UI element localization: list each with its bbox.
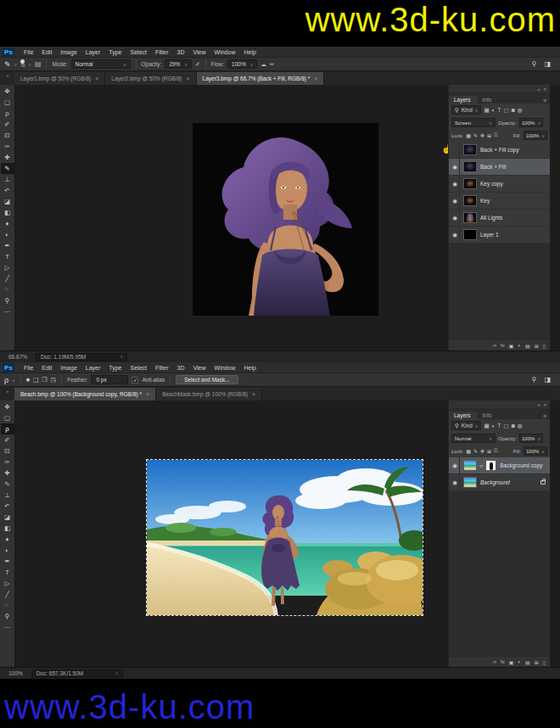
brush-panel-toggle-icon[interactable]: ▤ (35, 60, 42, 68)
zoom-tool-icon[interactable]: ⚲ (1, 295, 14, 306)
tab-close-icon[interactable]: × (146, 391, 149, 397)
smart-object-filter-icon[interactable]: ◙ (512, 107, 515, 114)
layer-thumbnail[interactable] (463, 144, 477, 155)
layer-fill-dropdown[interactable]: 100% ∨ (524, 131, 547, 140)
panel-collapse-icon[interactable]: « (537, 402, 540, 407)
layer-mask-thumbnail[interactable] (485, 460, 496, 471)
layer-row[interactable]: ◉ ∞ Layer 1 (449, 227, 550, 244)
crop-tool-icon[interactable]: ⊡ (1, 130, 14, 141)
blur-tool-icon[interactable]: ♦ (1, 218, 14, 229)
history-brush-tool-icon[interactable]: ↶ (1, 185, 14, 196)
tab-close-icon[interactable]: × (252, 391, 255, 397)
add-layer-mask-icon[interactable]: ▣ (509, 659, 514, 665)
layer-thumbnail[interactable] (463, 477, 477, 488)
layer-name[interactable]: Back + Fill (480, 164, 506, 170)
lock-all-icon[interactable]: ⚿ (494, 448, 498, 454)
layer-blend-mode-dropdown[interactable]: Normal ∨ (451, 434, 496, 443)
layer-visibility-toggle[interactable]: ◉ (451, 227, 460, 243)
quick-selection-tool-icon[interactable]: ✐ (1, 434, 14, 445)
type-tool-icon[interactable]: T (1, 251, 14, 262)
zoom-tool-icon[interactable]: ⚲ (1, 611, 14, 622)
layer-fill-dropdown[interactable]: 100% ∨ (524, 446, 547, 456)
chevron-down-icon[interactable]: ∨ (12, 378, 15, 383)
lock-transparency-icon[interactable]: ▦ (466, 132, 471, 138)
filter-toggle-icon[interactable]: ◍ (518, 423, 523, 429)
new-selection-icon[interactable]: ■ (26, 377, 30, 384)
new-layer-icon[interactable]: ⊞ (535, 343, 539, 349)
move-tool-icon[interactable]: ✥ (1, 401, 14, 412)
opacity-dropdown[interactable]: 29% ∨ (165, 59, 192, 69)
select-and-mask-button[interactable]: Select and Mask... (176, 375, 238, 384)
tab-close-icon[interactable]: × (186, 76, 189, 81)
quick-selection-tool-icon[interactable]: ✐ (1, 119, 14, 130)
more-tools-icon[interactable]: ⋯ (1, 306, 14, 317)
shape-layer-filter-icon[interactable]: ▢ (504, 107, 509, 114)
menu-item[interactable]: Image (56, 365, 81, 371)
clone-stamp-tool-icon[interactable]: ⊥ (1, 490, 14, 501)
layer-name[interactable]: Key (480, 198, 490, 204)
kind-filter-dropdown[interactable]: ⚲ Kind ∨ (451, 421, 481, 430)
pixel-layer-filter-icon[interactable]: ▦ (484, 107, 489, 114)
panel-collapse-chevron-icon[interactable]: « (1, 71, 14, 78)
document-tab[interactable]: Layer2.bmp @ 50% (RGB/8) × (105, 72, 196, 85)
menu-item[interactable]: File (20, 49, 37, 55)
status-chevron-icon[interactable]: › (120, 354, 122, 360)
brush-tool-option-icon[interactable]: ✎ (4, 60, 11, 69)
layer-name[interactable]: Layer 1 (480, 232, 499, 238)
layer-thumbnail[interactable] (463, 212, 477, 223)
menu-item[interactable]: 3D (173, 49, 189, 55)
pixel-layer-filter-icon[interactable]: ▦ (484, 423, 489, 429)
tab-close-icon[interactable]: × (314, 76, 317, 81)
layer-visibility-toggle[interactable]: ◉ (451, 474, 460, 490)
lock-position-icon[interactable]: ✥ (480, 132, 484, 138)
intersect-selection-icon[interactable]: ◳ (51, 377, 57, 384)
layer-row[interactable]: ◉ ∞ Back + Fill copy (449, 142, 550, 159)
pressure-opacity-icon[interactable]: ✐ (195, 61, 199, 68)
tab-info[interactable]: Info (478, 96, 499, 104)
document-size-box[interactable]: Doc: 1.19M/5.95M › (36, 353, 127, 361)
kind-filter-dropdown[interactable]: ⚲ Kind ∨ (451, 105, 481, 115)
menu-item[interactable]: View (189, 49, 210, 55)
layer-thumbnail[interactable] (463, 195, 477, 206)
eraser-tool-icon[interactable]: ◪ (1, 196, 14, 207)
lasso-tool-icon[interactable]: ρ (1, 423, 14, 434)
lock-all-icon[interactable]: ⚿ (494, 132, 498, 138)
tab-layers[interactable]: Layers (449, 412, 478, 419)
type-tool-icon[interactable]: T (1, 567, 14, 578)
document-tab[interactable]: Layer3.bmp @ 66.7% (Back + Fill, RGB/8) … (197, 72, 325, 85)
lasso-tool-option-icon[interactable]: ρ (4, 376, 8, 384)
pressure-size-icon[interactable]: ✏ (270, 61, 274, 68)
panel-collapse-icon[interactable]: « (537, 87, 540, 92)
new-group-icon[interactable]: ▤ (525, 343, 530, 349)
document-canvas[interactable] (193, 123, 378, 316)
layer-visibility-toggle[interactable]: ◉ (451, 176, 460, 192)
new-adjustment-layer-icon[interactable]: ◐ (518, 343, 521, 348)
layer-visibility-toggle[interactable]: ◉ (451, 142, 460, 158)
lock-artboard-icon[interactable]: ⊞ (487, 132, 491, 138)
layer-effects-icon[interactable]: fx (501, 659, 505, 664)
layer-visibility-toggle[interactable]: ◉ (451, 193, 460, 209)
clone-stamp-tool-icon[interactable]: ⊥ (1, 174, 14, 185)
menu-item[interactable]: View (189, 365, 210, 371)
marquee-tool-icon[interactable]: ▢ (1, 97, 14, 108)
layer-row[interactable]: ◉ ∞ Key copy (449, 176, 550, 193)
layer-thumbnail[interactable] (463, 460, 477, 471)
airbrush-icon[interactable]: ☁ (260, 61, 266, 68)
dodge-tool-icon[interactable]: ◐ (1, 229, 14, 240)
menu-item[interactable]: Filter (151, 365, 173, 371)
hand-tool-icon[interactable]: ☞ (1, 600, 14, 611)
tab-info[interactable]: Info (478, 412, 499, 419)
menu-item[interactable]: Edit (37, 365, 56, 371)
history-brush-tool-icon[interactable]: ↶ (1, 501, 14, 512)
menu-item[interactable]: Select (126, 365, 151, 371)
layer-opacity-dropdown[interactable]: 100% ∨ (519, 434, 543, 443)
layer-thumbnail[interactable] (463, 161, 477, 172)
adjustment-layer-filter-icon[interactable]: ◐ (492, 423, 496, 429)
layer-name[interactable]: Background copy (500, 462, 542, 468)
type-layer-filter-icon[interactable]: T (498, 423, 501, 429)
layer-visibility-toggle[interactable]: ◉ (451, 457, 460, 473)
menu-item[interactable]: Edit (37, 49, 56, 55)
document-tab[interactable]: Beach.bmp @ 100% (Background copy, RGB/8… (14, 388, 156, 400)
gradient-tool-icon[interactable]: ◧ (1, 523, 14, 534)
link-layers-icon[interactable]: ∞ (493, 343, 496, 348)
